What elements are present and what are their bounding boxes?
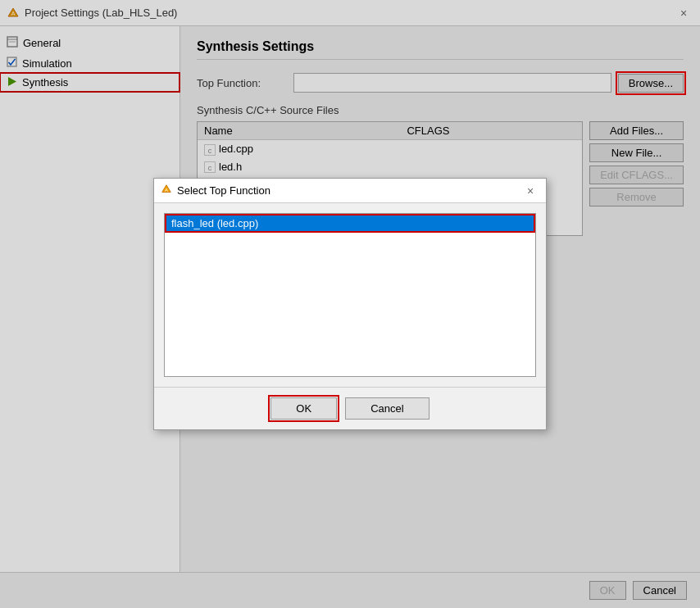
- modal-buttons: OK Cancel: [154, 387, 546, 429]
- modal-ok-button[interactable]: OK: [270, 397, 337, 420]
- modal-app-icon: A: [161, 184, 172, 197]
- main-window: A Project Settings (Lab_HLS_Led) × Gener…: [0, 0, 700, 608]
- modal-title-left: A Select Top Function: [161, 184, 270, 197]
- modal-cancel-button[interactable]: Cancel: [345, 397, 429, 420]
- modal-overlay: A Select Top Function × flash_led (led.c…: [0, 0, 700, 608]
- modal-title-bar: A Select Top Function ×: [154, 179, 546, 203]
- function-list[interactable]: flash_led (led.cpp): [164, 213, 536, 377]
- modal-dialog: A Select Top Function × flash_led (led.c…: [153, 178, 547, 430]
- modal-title: Select Top Function: [177, 184, 270, 197]
- modal-content: flash_led (led.cpp): [154, 203, 546, 387]
- function-item-0[interactable]: flash_led (led.cpp): [165, 214, 535, 233]
- modal-close-button[interactable]: ×: [521, 182, 539, 200]
